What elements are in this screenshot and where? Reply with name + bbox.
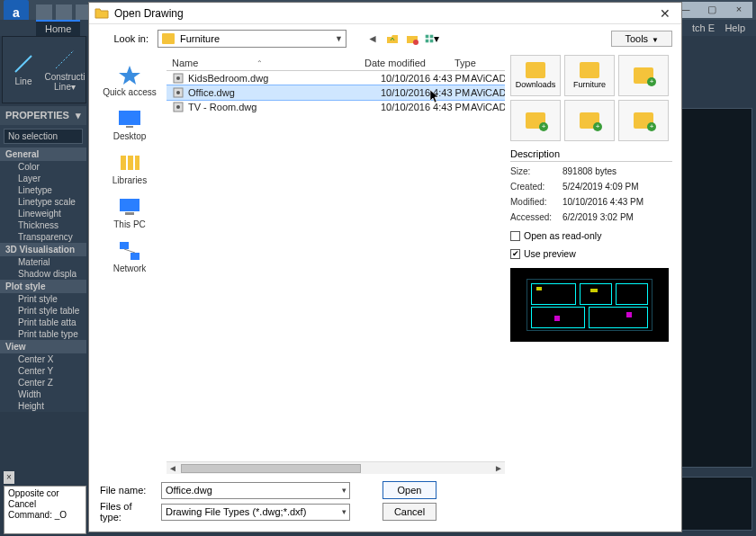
place-network[interactable]: Network — [98, 237, 161, 277]
property-row[interactable]: Linetype — [0, 184, 86, 196]
construction-line-tool[interactable]: Constructi Line▾ — [44, 37, 86, 103]
lookin-row: Look in: Furniture ▼ ◄ ▾ Tools▼ — [98, 28, 672, 49]
property-row[interactable]: Color — [0, 161, 86, 173]
place-quick-access[interactable]: Quick access — [98, 60, 161, 101]
file-date: 10/10/2016 4:43 PM — [381, 73, 471, 84]
svg-rect-6 — [426, 40, 429, 43]
file-row[interactable]: Office.dwg 10/10/2016 4:43 PM AViCAD DWG — [166, 85, 505, 100]
property-row[interactable]: Center Y — [0, 365, 86, 377]
dwg-file-icon — [172, 87, 184, 98]
lookin-value: Furniture — [180, 33, 220, 44]
ribbon-panel: Line Constructi Line▾ — [2, 36, 86, 103]
column-name[interactable]: Name⌃ — [166, 58, 364, 68]
property-row[interactable]: Center X — [0, 353, 86, 365]
svg-rect-9 — [119, 111, 140, 125]
file-name: Office.dwg — [188, 87, 381, 98]
tab-home[interactable]: Home — [36, 20, 80, 36]
maximize-button[interactable]: ▢ — [698, 2, 725, 18]
description-label: Description — [510, 148, 672, 162]
properties-panel: PROPERTIES▾ No selection General ColorLa… — [0, 106, 86, 412]
property-row[interactable]: Linetype scale — [0, 196, 86, 208]
view-menu-icon[interactable]: ▾ — [424, 31, 440, 47]
svg-line-1 — [56, 50, 74, 68]
column-type[interactable]: Type — [454, 58, 505, 68]
svg-rect-7 — [430, 40, 434, 43]
folder-shortcut[interactable]: Furniture — [564, 55, 615, 96]
svg-marker-8 — [119, 66, 140, 85]
file-row[interactable]: KidsBedroom.dwg 10/10/2016 4:43 PM AViCA… — [166, 71, 505, 85]
scroll-thumb[interactable] — [181, 464, 361, 473]
properties-title: PROPERTIES▾ — [0, 106, 86, 125]
up-folder-icon[interactable] — [384, 31, 400, 47]
section-general: General — [0, 147, 86, 161]
property-row[interactable]: Material — [0, 256, 86, 268]
back-icon[interactable]: ◄ — [364, 31, 381, 47]
new-folder-icon[interactable] — [404, 31, 420, 47]
folder-shortcut[interactable]: Downloads — [510, 55, 561, 96]
file-name: TV - Room.dwg — [188, 102, 381, 112]
place-desktop[interactable]: Desktop — [98, 104, 161, 145]
file-row[interactable]: TV - Room.dwg 10/10/2016 4:43 PM AViCAD … — [166, 100, 505, 114]
folder-icon — [162, 33, 175, 44]
preview-image — [526, 279, 652, 331]
tab-help[interactable]: Help — [716, 21, 754, 35]
column-date[interactable]: Date modified — [364, 58, 454, 68]
folder-shortcut-label: Furniture — [573, 80, 606, 89]
line-tool[interactable]: Line — [3, 37, 44, 103]
open-readonly-checkbox[interactable]: Open as read-only — [510, 230, 672, 241]
property-row[interactable]: Transparency — [0, 231, 86, 243]
place-this-pc[interactable]: This PC — [98, 192, 161, 233]
property-row[interactable]: Thickness — [0, 219, 86, 231]
line-label: Line — [15, 76, 32, 86]
dialog-bottom: File name: Office.dwg▾ Open Files of typ… — [98, 474, 672, 532]
created-value: 5/24/2019 4:09 PM — [562, 182, 672, 192]
created-label: Created: — [510, 182, 562, 192]
command-line[interactable]: Opposite cor Cancel Command: _O — [4, 486, 86, 534]
file-type: AViCAD DWG — [471, 73, 505, 84]
scroll-left-icon[interactable]: ◄ — [166, 463, 179, 473]
use-preview-checkbox[interactable]: ✔Use preview — [510, 248, 672, 259]
qat-icon[interactable] — [36, 4, 52, 21]
close-window-button[interactable]: × — [725, 2, 752, 18]
filename-combo[interactable]: Office.dwg▾ — [161, 482, 350, 499]
new-folder-shortcut[interactable]: + — [618, 100, 669, 141]
section-plot-style: Plot style — [0, 280, 86, 293]
property-row[interactable]: Layer — [0, 173, 86, 184]
lookin-combo[interactable]: Furniture ▼ — [158, 30, 346, 48]
property-row[interactable]: Print table type — [0, 328, 86, 340]
property-row[interactable]: Height — [0, 400, 86, 412]
place-libraries[interactable]: Libraries — [98, 148, 161, 189]
collapse-icon[interactable]: ▾ — [76, 110, 81, 121]
new-folder-shortcut[interactable]: + — [564, 100, 615, 141]
property-row[interactable]: Print style table — [0, 305, 86, 317]
property-row[interactable]: Shadow displa — [0, 268, 86, 280]
section-3d-visualisation: 3D Visualisation — [0, 243, 86, 256]
new-folder-shortcut[interactable]: + — [510, 100, 561, 141]
tools-menu-button[interactable]: Tools▼ — [611, 31, 672, 47]
command-close-icon[interactable]: × — [4, 471, 14, 484]
checkbox-checked-icon: ✔ — [510, 249, 520, 259]
selection-combo[interactable]: No selection — [4, 129, 83, 144]
file-date: 10/10/2016 4:43 PM — [381, 102, 471, 112]
dwg-file-icon — [172, 73, 184, 84]
scroll-right-icon[interactable]: ► — [492, 463, 505, 473]
property-row[interactable]: Width — [0, 389, 86, 400]
qat-icon[interactable] — [56, 4, 72, 21]
dialog-close-button[interactable]: ✕ — [654, 6, 676, 21]
modified-value: 10/10/2016 4:43 PM — [562, 197, 672, 207]
property-row[interactable]: Print style — [0, 293, 86, 305]
property-row[interactable]: Center Z — [0, 377, 86, 389]
desktop-icon — [117, 108, 142, 130]
file-list: Name⌃ Date modified Type KidsBedroom.dwg… — [166, 55, 505, 474]
horizontal-scrollbar[interactable]: ◄ ► — [166, 461, 505, 474]
cancel-button[interactable]: Cancel — [382, 503, 436, 521]
file-date: 10/10/2016 4:43 PM — [381, 87, 471, 98]
filetype-combo[interactable]: Drawing File Types (*.dwg;*.dxf)▾ — [161, 504, 350, 521]
open-button[interactable]: Open — [382, 481, 436, 499]
network-icon — [117, 240, 142, 262]
new-folder-shortcut[interactable]: + — [618, 55, 669, 96]
command-history-line: Cancel — [8, 499, 82, 510]
property-row[interactable]: Lineweight — [0, 208, 86, 219]
size-value: 891808 bytes — [562, 166, 672, 176]
property-row[interactable]: Print table atta — [0, 317, 86, 328]
